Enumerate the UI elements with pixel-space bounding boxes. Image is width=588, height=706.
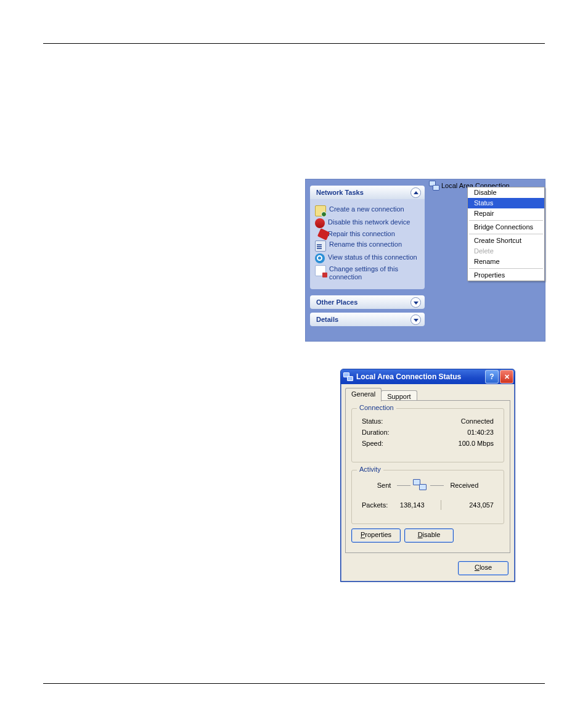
details-label: Details [316,316,338,323]
collapse-icon[interactable] [410,187,421,198]
task-view-status[interactable]: View status of this connection [315,253,421,263]
ctx-repair[interactable]: Repair [468,208,544,219]
disable-button[interactable]: Disable [404,528,454,543]
duration-value: 01:40:23 [467,429,494,436]
task-create-connection[interactable]: Create a new connection [315,205,421,216]
lan-icon [429,181,439,191]
duration-key: Duration: [362,429,390,436]
task-label: Change settings of this connection [329,265,421,281]
dialog-titlebar[interactable]: Local Area Connection Status ? ✕ [341,369,515,384]
tab-general[interactable]: General [345,388,382,401]
ctx-disable[interactable]: Disable [468,187,544,198]
divider-icon [441,500,441,510]
activity-icon [413,479,428,491]
speed-value: 100.0 Mbps [459,440,494,447]
task-change-settings[interactable]: Change settings of this connection [315,265,421,281]
ctx-delete: Delete [468,246,544,257]
received-label: Received [450,482,478,489]
ctx-rename[interactable]: Rename [468,257,544,267]
dash-icon [397,485,410,486]
dash-icon [430,485,444,486]
ctx-status[interactable]: Status [468,198,544,208]
details-section: Details [310,313,425,326]
lan-icon [343,372,353,382]
expand-icon[interactable] [410,314,421,325]
ctx-separator [469,234,543,234]
task-label: Create a new connection [329,205,421,213]
ctx-create-shortcut[interactable]: Create Shortcut [468,236,544,246]
rename-icon [315,240,326,252]
packets-sent: 138,143 [388,501,424,509]
packets-row: Packets: 138,143 243,057 [362,500,494,510]
expand-icon[interactable] [410,297,421,308]
context-menu: Disable Status Repair Bridge Connections… [467,187,545,281]
ctx-separator [469,220,543,221]
group-connection: Connection Status:Connected Duration:01:… [351,408,504,462]
tasks-pane: Network Tasks Create a new connection Di… [310,186,425,326]
task-disable-device[interactable]: Disable this network device [315,218,421,228]
task-label: Rename this connection [329,240,421,248]
sent-label: Sent [377,482,391,489]
task-label: Disable this network device [328,218,421,226]
help-button[interactable]: ? [485,370,499,384]
close-button[interactable]: ✕ [500,370,513,384]
disable-icon [315,218,325,228]
network-tasks-region: Network Tasks Create a new connection Di… [305,179,545,342]
page-rule-bottom [43,683,545,684]
status-value: Connected [461,417,494,425]
close-dialog-button[interactable]: Close [458,561,508,575]
properties-button[interactable]: Properties [351,528,401,543]
group-activity-legend: Activity [357,466,383,473]
speed-key: Speed: [362,440,383,447]
ctx-properties[interactable]: Properties [468,270,544,281]
other-places-header[interactable]: Other Places [310,295,425,309]
tab-sheet: Connection Status:Connected Duration:01:… [345,400,510,553]
status-dialog: Local Area Connection Status ? ✕ General… [340,369,515,582]
tasks-header-label: Network Tasks [316,189,364,196]
task-label: Repair this connection [328,230,421,238]
ctx-separator [469,268,543,269]
activity-labels: Sent Received [352,479,504,491]
task-rename-connection[interactable]: Rename this connection [315,240,421,252]
close-row: Close [458,561,508,575]
other-places-section: Other Places [310,295,425,309]
new-connection-icon [315,205,326,216]
other-places-label: Other Places [316,298,357,306]
status-icon [315,253,325,263]
button-row: Properties Disable [351,528,454,543]
task-repair-connection[interactable]: Repair this connection [315,230,421,239]
group-activity: Activity Sent Received Packets: 138,143 … [351,470,504,524]
tasks-header[interactable]: Network Tasks [310,186,425,199]
group-connection-legend: Connection [357,404,396,411]
ctx-bridge[interactable]: Bridge Connections [468,222,544,232]
tasks-body: Create a new connection Disable this net… [310,199,425,289]
dialog-title: Local Area Connection Status [356,372,461,381]
status-key: Status: [362,417,383,425]
page-rule-top [43,43,545,44]
tab-bar: General Support [345,388,417,401]
packets-received: 243,057 [457,501,494,509]
settings-icon [315,265,326,276]
task-label: View status of this connection [328,253,421,261]
packets-key: Packets: [362,501,388,509]
details-header[interactable]: Details [310,313,425,326]
